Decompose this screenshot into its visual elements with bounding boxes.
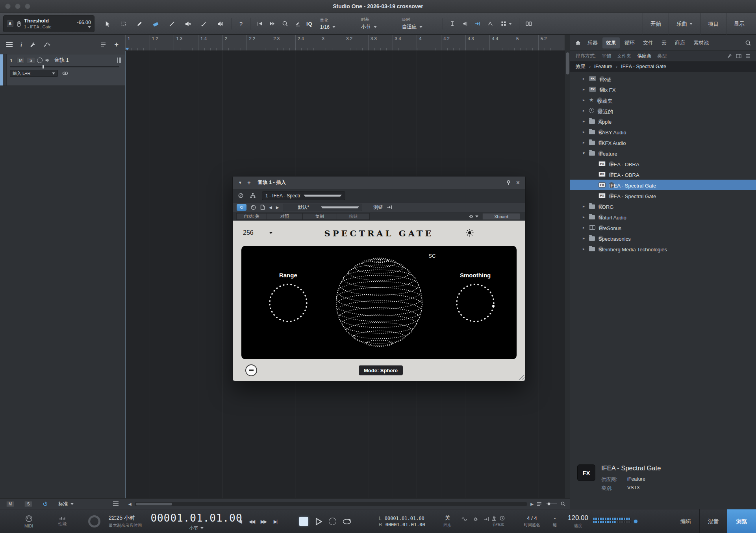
bypass-icon[interactable] — [238, 193, 244, 199]
input-select-dropdown[interactable]: 输入 L+R — [10, 70, 58, 77]
play-button[interactable] — [314, 517, 323, 526]
parameter-display[interactable]: A Threshold 1 - IFEA ..Gate -66.00 — [3, 15, 94, 32]
stop-button[interactable] — [299, 517, 308, 526]
parameter-value[interactable]: -66.00 — [77, 20, 91, 28]
tree-expand-icon[interactable] — [583, 151, 589, 155]
browser-tab[interactable]: 素材池 — [690, 37, 712, 48]
ruler-label[interactable]: 3.2 — [344, 35, 368, 50]
project-page-button[interactable]: 项目 — [700, 13, 726, 35]
plugin-power-button[interactable] — [237, 204, 246, 211]
timeline-ruler[interactable]: 11.21.31.422.22.32.433.23.33.444.24.34.4… — [125, 35, 565, 51]
ruler-label[interactable]: 2.2 — [246, 35, 271, 50]
browser-tab[interactable]: 效果 — [602, 37, 620, 48]
automation-mode-dropdown[interactable]: 标准 — [58, 501, 74, 507]
zoom-fit-icon[interactable] — [537, 502, 542, 506]
sort-option[interactable]: 平铺 — [602, 53, 611, 59]
filter-wrench-icon[interactable] — [727, 54, 732, 58]
edit-view-button[interactable]: 编辑 — [672, 509, 699, 533]
timebase-dropdown[interactable]: 时基 小节 — [361, 17, 395, 30]
knob-mode-icon[interactable] — [250, 204, 256, 210]
compare-button[interactable]: 对照 — [267, 213, 303, 220]
sort-option[interactable]: 文件夹 — [617, 53, 631, 59]
breadcrumb-item[interactable]: IFEA - Spectral Gate — [616, 64, 666, 69]
tree-item[interactable]: IFEA - Spectral Gate — [570, 190, 756, 201]
macro-edit-icon[interactable] — [291, 15, 304, 32]
song-page-button[interactable]: 乐曲 — [669, 13, 700, 35]
plugin-settings[interactable] — [469, 214, 478, 219]
show-page-button[interactable]: 显示 — [726, 13, 752, 35]
horizontal-scroll-thumb[interactable] — [136, 503, 172, 505]
paste-button[interactable]: 粘贴 — [337, 213, 370, 220]
minimize-ui-button[interactable] — [245, 364, 257, 376]
tree-item[interactable]: 最近的 — [570, 105, 756, 116]
automation-mode-button[interactable]: 自动: 关 — [236, 213, 267, 220]
home-icon[interactable] — [575, 40, 581, 46]
preset-dropdown[interactable]: 默认* — [283, 204, 362, 211]
browser-tab[interactable]: 循环 — [621, 37, 638, 48]
vertical-scrollbar[interactable] — [565, 35, 570, 498]
zoom-icon[interactable] — [279, 15, 291, 32]
tree-expand-icon[interactable] — [583, 87, 589, 91]
mix-view-button[interactable]: 混音 — [699, 509, 727, 533]
copy-button[interactable]: 复制 — [302, 213, 337, 220]
count-in-icon[interactable] — [500, 515, 505, 521]
stereo-mode-icon[interactable] — [62, 71, 69, 76]
tree-expand-icon[interactable] — [583, 108, 589, 113]
pin-icon[interactable] — [506, 180, 511, 186]
vertical-scroll-thumb[interactable] — [566, 52, 569, 74]
panel-toggle-icon[interactable] — [736, 54, 741, 58]
tree-item[interactable]: BABY Audio — [570, 126, 756, 137]
tree-expand-icon[interactable] — [583, 119, 589, 123]
ruler-label[interactable]: 5 — [514, 35, 538, 50]
loop-start-value[interactable]: 00001.01.01.00 — [385, 516, 424, 521]
tree-expand-icon[interactable] — [583, 130, 589, 134]
key-display[interactable]: - 键 — [553, 509, 557, 533]
search-icon[interactable] — [745, 40, 751, 46]
xboard-button[interactable]: Xboard — [482, 213, 520, 220]
zoom-in-icon[interactable] — [561, 501, 565, 506]
dual-view-icon[interactable] — [523, 15, 535, 32]
record-button[interactable] — [329, 518, 336, 525]
tree-expand-icon[interactable] — [583, 236, 589, 240]
monitor-toggle[interactable] — [633, 519, 638, 524]
scroll-left-button[interactable]: ◀ — [128, 502, 132, 506]
track-layers-icon[interactable] — [100, 42, 106, 47]
sphere-visualizer[interactable] — [333, 256, 425, 349]
tree-item[interactable]: KORG — [570, 201, 756, 212]
sc-indicator[interactable]: SC — [428, 253, 435, 259]
collapse-icon[interactable]: ▼ — [238, 180, 242, 185]
scroll-right-button[interactable]: ▶ — [530, 502, 534, 506]
time-display[interactable]: 00001.01.01.00 小节 — [159, 509, 234, 533]
volume-fader[interactable] — [10, 66, 119, 67]
ruler-label[interactable]: 4 — [417, 35, 441, 50]
ruler-label[interactable]: 1.2 — [150, 35, 174, 50]
browser-tab[interactable]: 商店 — [671, 37, 689, 48]
power-icon[interactable] — [43, 501, 48, 507]
next-marker-button[interactable]: ▶| — [269, 519, 281, 524]
tree-expand-icon[interactable] — [583, 247, 589, 251]
mode-button[interactable]: Mode: Sphere — [359, 365, 403, 375]
sort-option[interactable]: 供应商 — [637, 53, 651, 59]
listen-tool[interactable] — [212, 15, 228, 32]
add-track-button[interactable]: + — [114, 41, 119, 49]
browser-tab[interactable]: 云 — [658, 37, 670, 48]
smoothing-knob[interactable] — [453, 281, 497, 325]
ruler-label[interactable]: 3 — [320, 35, 344, 50]
automation-curve-icon[interactable] — [44, 42, 50, 47]
ruler-label[interactable]: 2.4 — [295, 35, 320, 50]
resize-handle[interactable] — [519, 375, 524, 380]
tree-expand-icon[interactable] — [583, 98, 589, 102]
tree-item[interactable]: iFeature — [570, 148, 756, 158]
bend-tool[interactable] — [196, 15, 212, 32]
spectral-display[interactable]: SC Range — [241, 246, 517, 359]
next-preset-button[interactable]: ▶ — [276, 205, 279, 210]
tree-item[interactable]: Mix FX — [570, 84, 756, 95]
playhead-time[interactable]: 00001.01.01.00 — [150, 512, 242, 524]
snap-to-cursor-icon[interactable] — [471, 15, 484, 32]
ruler-label[interactable]: 1 — [125, 35, 150, 50]
fader-handle[interactable] — [43, 65, 44, 69]
sidechain-label[interactable]: 测链 — [373, 204, 383, 211]
eraser-tool[interactable] — [148, 15, 164, 32]
solo-button[interactable]: S — [27, 57, 35, 63]
sun-icon[interactable] — [465, 228, 474, 237]
